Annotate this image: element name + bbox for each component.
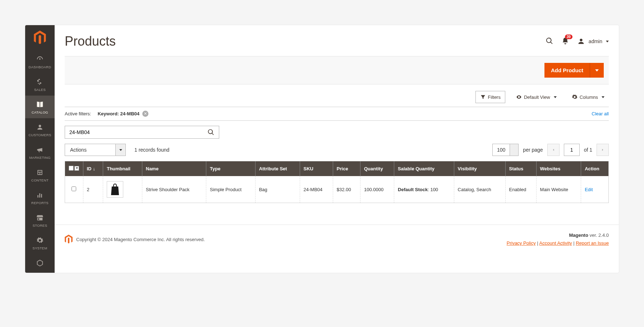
- col-name[interactable]: Name: [142, 161, 206, 176]
- cell-id: 2: [83, 176, 103, 203]
- nav-system[interactable]: System: [25, 231, 55, 254]
- triangle-down-icon: [76, 167, 78, 169]
- filter-value: 24-MB04: [120, 111, 139, 116]
- col-visibility[interactable]: Visibility: [454, 161, 505, 176]
- row-checkbox[interactable]: [72, 186, 76, 191]
- header: Products 39 admin: [55, 25, 619, 56]
- col-type[interactable]: Type: [206, 161, 256, 176]
- megaphone-icon: [36, 146, 43, 154]
- nav-sales[interactable]: Sales: [25, 73, 55, 96]
- select-all-toggle[interactable]: [74, 166, 79, 171]
- gear-icon: [36, 236, 43, 245]
- nav-marketing[interactable]: Marketing: [25, 141, 55, 164]
- search-button[interactable]: [203, 126, 219, 138]
- magento-label: Magento: [569, 232, 588, 238]
- edit-link[interactable]: Edit: [585, 187, 593, 192]
- cell-name: Strive Shoulder Pack: [142, 176, 206, 203]
- perpage-select[interactable]: 100: [492, 144, 519, 156]
- action-bar: Add Product: [65, 56, 609, 84]
- prev-page-button[interactable]: [547, 144, 560, 156]
- nav-customers[interactable]: Customers: [25, 118, 55, 141]
- report-link[interactable]: Report an Issue: [576, 240, 609, 246]
- cell-attrset: Bag: [255, 176, 300, 203]
- nav-extensions[interactable]: [25, 254, 55, 273]
- logo[interactable]: [25, 25, 55, 50]
- caret-down-icon: [554, 96, 557, 98]
- cell-websites: Main Website: [536, 176, 581, 203]
- perpage-value: 100: [493, 144, 510, 156]
- select-all-checkbox[interactable]: [69, 166, 74, 171]
- nav-stores[interactable]: Stores: [25, 209, 55, 231]
- page-title: Products: [65, 34, 116, 49]
- actions-select[interactable]: Actions: [65, 144, 126, 156]
- table-row[interactable]: 2 Strive Shoulder Pack Simple Product Ba…: [65, 176, 608, 203]
- nav-content[interactable]: Content: [25, 164, 55, 186]
- gear-icon: [572, 94, 578, 100]
- col-websites[interactable]: Websites: [536, 161, 581, 176]
- nav-label: Reports: [31, 201, 49, 205]
- cell-visibility: Catalog, Search: [454, 176, 505, 203]
- default-view-button[interactable]: Default View: [512, 91, 561, 103]
- grid-controls: Actions 1 records found 100 per page of …: [65, 144, 609, 161]
- grid: ID↓ Thumbnail Name Type Attribute Set SK…: [65, 161, 609, 203]
- col-status[interactable]: Status: [505, 161, 536, 176]
- filters-button[interactable]: Filters: [475, 91, 505, 103]
- nav-reports[interactable]: Reports: [25, 186, 55, 209]
- perpage-toggle[interactable]: [510, 144, 518, 156]
- dashboard-icon: [36, 55, 44, 64]
- actions-toggle[interactable]: [115, 144, 125, 156]
- actions-label: Actions: [65, 144, 115, 156]
- filters-label: Filters: [488, 95, 501, 100]
- col-id[interactable]: ID↓: [83, 161, 103, 176]
- columns-button[interactable]: Columns: [567, 91, 609, 103]
- nav-catalog[interactable]: Catalog: [25, 96, 55, 118]
- filter-chip: Keyword: 24-MB04 ✕: [98, 111, 148, 117]
- cell-sku: 24-MB04: [300, 176, 333, 203]
- caret-down-icon: [606, 41, 609, 42]
- notifications-icon[interactable]: 39: [561, 37, 569, 46]
- triangle-down-icon: [595, 69, 599, 72]
- records-found: 1 records found: [134, 147, 169, 153]
- triangle-down-icon: [119, 149, 122, 151]
- col-salable[interactable]: Salable Quantity: [394, 161, 454, 176]
- col-qty[interactable]: Quantity: [360, 161, 394, 176]
- cell-salable: Default Stock: 100: [394, 176, 454, 203]
- next-page-button[interactable]: [597, 144, 609, 156]
- nav-label: Sales: [34, 88, 46, 92]
- copyright: Copyright © 2024 Magento Commerce Inc. A…: [76, 237, 205, 242]
- active-filters: Active filters: Keyword: 24-MB04 ✕ Clear…: [65, 107, 609, 121]
- clear-all-button[interactable]: Clear all: [592, 111, 609, 116]
- search-icon[interactable]: [546, 37, 553, 46]
- add-product-split-button: Add Product: [544, 63, 604, 78]
- select-all[interactable]: [69, 166, 79, 171]
- chevron-right-icon: [601, 148, 605, 152]
- nav-label: Stores: [33, 224, 47, 227]
- search-input[interactable]: [65, 126, 203, 138]
- col-price[interactable]: Price: [333, 161, 360, 176]
- col-thumbnail[interactable]: Thumbnail: [103, 161, 142, 176]
- nav-dashboard[interactable]: Dashboard: [25, 50, 55, 73]
- remove-filter-button[interactable]: ✕: [142, 111, 148, 117]
- chart-icon: [36, 191, 43, 199]
- add-product-toggle[interactable]: [590, 63, 604, 78]
- table-header-row: ID↓ Thumbnail Name Type Attribute Set SK…: [65, 161, 608, 176]
- columns-label: Columns: [580, 95, 598, 100]
- box-icon: [36, 259, 44, 267]
- privacy-link[interactable]: Privacy Policy: [507, 240, 536, 246]
- add-product-button[interactable]: Add Product: [544, 63, 590, 78]
- nav-label: Dashboard: [29, 65, 51, 69]
- cell-type: Simple Product: [206, 176, 256, 203]
- cell-price: $32.00: [333, 176, 360, 203]
- activity-link[interactable]: Account Activity: [539, 240, 572, 246]
- page-input[interactable]: [564, 144, 580, 156]
- product-thumbnail[interactable]: [107, 181, 123, 198]
- col-action[interactable]: Action: [581, 161, 608, 176]
- dollar-icon: [36, 78, 43, 86]
- col-sku[interactable]: SKU: [300, 161, 333, 176]
- col-attrset[interactable]: Attribute Set: [255, 161, 300, 176]
- content-icon: [36, 168, 43, 177]
- user-menu[interactable]: admin: [577, 37, 609, 45]
- nav-label: Marketing: [29, 156, 50, 160]
- main: Products 39 admin Add Product: [55, 25, 619, 273]
- nav-label: System: [33, 246, 47, 250]
